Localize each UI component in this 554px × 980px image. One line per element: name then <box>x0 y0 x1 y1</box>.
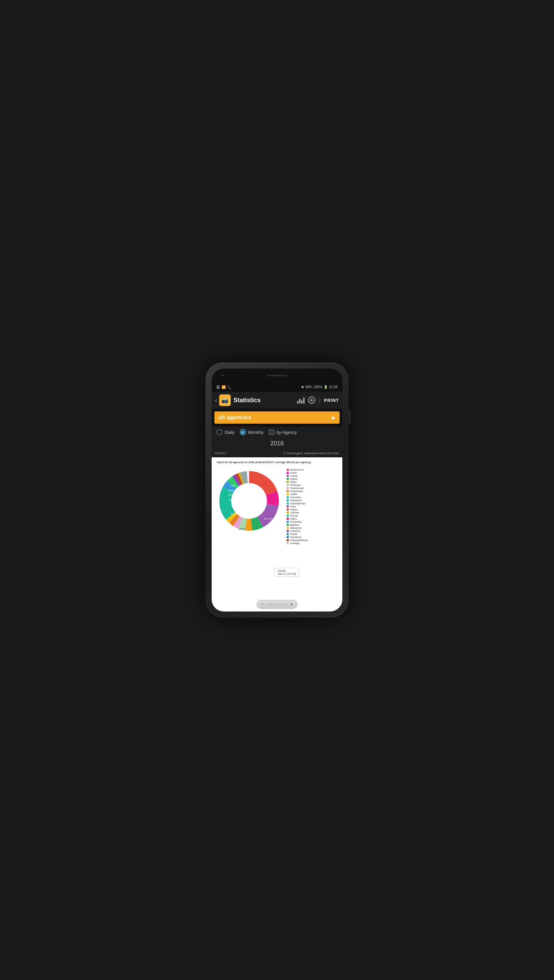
phone-icon: 📞 <box>227 385 231 389</box>
legend-label-eyeem: EyeEm <box>290 478 298 480</box>
legend-label-dreamstime: Dreamstime <box>290 490 303 492</box>
legend-color-bigstock <box>287 524 289 526</box>
legend-item-graphicleftlovers: Graphicleftlovers <box>287 539 339 541</box>
monthly-radio-circle[interactable] <box>240 429 246 435</box>
legend-color-sonstige <box>287 542 289 544</box>
legend-color-pixta <box>287 505 289 508</box>
legend-color-photoshop <box>287 520 289 523</box>
by-agency-checkbox[interactable]: by Agency <box>269 430 297 435</box>
svg-text:8,1%: 8,1% <box>225 522 231 524</box>
by-agency-checkbox-box[interactable] <box>269 430 274 435</box>
legend-item-zoonar: Zoonar <box>287 514 339 517</box>
legend-label-bigstock: Bigstock <box>290 524 299 526</box>
monthly-label: Monthly <box>248 430 264 435</box>
legend-label-colourbox: Colourbox <box>290 496 301 498</box>
legend-item-depositphotos: Depositphotos <box>287 502 339 504</box>
bluetooth-icon: ✱ <box>301 385 304 389</box>
by-agency-label: by Agency <box>276 430 297 435</box>
svg-text:3,8%: 3,8% <box>231 504 237 506</box>
gallery-icon: 🖼 <box>217 385 220 389</box>
status-left-icons: 🖼 📶 📞 <box>217 385 231 389</box>
legend-label-shutterstock: Shutterstock <box>290 469 304 471</box>
legend-item-pond5: Pond5 <box>287 533 339 535</box>
battery-icon: 🔋 <box>324 385 328 389</box>
legend-item-catchart: Catchart <box>287 511 339 514</box>
zoom-control: − + <box>256 600 298 609</box>
year-display: 2016 <box>212 438 342 449</box>
signal-icon: 📶 <box>221 385 226 389</box>
legend-color-depositphotos <box>287 502 289 504</box>
agency-label: all agencies <box>218 414 251 421</box>
svg-text:2,9%: 2,9% <box>228 489 234 492</box>
chart-date: 8/1/2017 <box>215 452 227 455</box>
legend-item-fotolia: Fotolia <box>287 475 339 477</box>
app-title: Statistics <box>234 397 297 404</box>
legend-label-123rf: 123RF <box>290 493 298 495</box>
legend-color-123rf <box>287 493 289 495</box>
legend-item-istock: iStock <box>287 472 339 474</box>
monthly-radio[interactable]: Monthly <box>240 429 264 435</box>
chart-header: 8/1/2017 © StockAgent, www.pixel-nest.co… <box>212 449 342 457</box>
legend-item-stockfresh: Stockfresh <box>287 536 339 538</box>
legend-label-alamy: Alamy <box>290 517 297 520</box>
svg-text:19,6%: 19,6% <box>250 485 258 488</box>
chart-copyright: © StockAgent, www.pixel-nest.com 2016 <box>284 452 339 455</box>
donut-chart-icon[interactable] <box>308 396 315 404</box>
print-button[interactable]: PRINT <box>324 398 339 403</box>
filter-row: Daily Monthly by Agency <box>212 426 342 438</box>
agency-selector[interactable]: all agencies ▶ <box>214 411 340 424</box>
legend-color-photospin <box>287 484 289 486</box>
legend-item-dreamstime: Dreamstime <box>287 490 339 492</box>
legend-color-colourbox <box>287 496 289 498</box>
donut-chart: 19,6% 8,1% 14,5% 18,7% 6,1% 3,8% 3,8% 3%… <box>215 467 283 535</box>
zoom-slider[interactable] <box>267 604 287 605</box>
svg-text:14,5%: 14,5% <box>238 528 245 530</box>
phone-top-notch <box>212 369 342 382</box>
legend-label-pixta: Pixta <box>290 505 296 508</box>
zoom-in-button[interactable]: + <box>290 601 293 607</box>
app-bar-actions: | PRINT <box>297 396 339 404</box>
legend-color-istock <box>287 472 289 474</box>
legend-label-filopia: Filopia <box>290 508 298 511</box>
legend-item-canstock: Canstock <box>287 530 339 532</box>
camera-dot <box>222 374 224 377</box>
chart-tooltip: Fotolia 250,11 (14,5%) <box>275 568 299 577</box>
time-display: 21:58 <box>329 385 337 389</box>
legend-label-500px: 500px <box>290 481 297 483</box>
legend-label-photospin: Photospin <box>290 484 301 486</box>
bar-chart-icon[interactable] <box>297 397 304 404</box>
legend-label-fotolia: Fotolia <box>290 475 298 477</box>
chart-container: Sales for all agencies in 2016 (total $1… <box>212 457 342 611</box>
zoom-out-button[interactable]: − <box>261 601 264 607</box>
legend-color-filopia <box>287 508 289 511</box>
legend-item-alamy: Alamy <box>287 517 339 520</box>
legend-item-colourbox: Colourbox <box>287 496 339 498</box>
legend-color-stockfresh <box>287 536 289 538</box>
wifi-icon: WiFi <box>305 385 312 389</box>
legend-label-istock: iStock <box>290 472 297 474</box>
power-button[interactable] <box>349 410 350 424</box>
legend-color-zoonar <box>287 514 289 517</box>
legend-item-pixta: Pixta <box>287 505 339 508</box>
legend-label-photoshop: Photoshop <box>290 520 301 523</box>
legend-label-depositphotos: Depositphotos <box>290 502 306 504</box>
daily-radio-circle[interactable] <box>217 429 223 435</box>
tooltip-value: 250,11 (14,5%) <box>278 572 296 576</box>
back-icon[interactable]: ‹ <box>215 397 217 404</box>
legend-label-stockfresh: Stockfresh <box>290 536 301 538</box>
svg-text:3,8%: 3,8% <box>229 499 234 501</box>
legend-color-solidstockart <box>287 487 289 489</box>
speaker-bar <box>267 375 287 376</box>
svg-text:2,3%: 2,3% <box>230 485 236 487</box>
legend-label-zoonar: Zoonar <box>290 514 298 517</box>
legend-label-photodune: Photodune <box>290 499 302 501</box>
legend-color-500px <box>287 481 289 483</box>
app-bar: ‹ 📷 Statistics | PRINT <box>212 392 342 409</box>
daily-radio[interactable]: Daily <box>217 429 234 435</box>
svg-point-16 <box>235 487 263 515</box>
legend-label-catchart: Catchart <box>290 511 299 514</box>
legend-color-eyeem <box>287 478 289 480</box>
status-right-info: ✱ WiFi 100% 🔋 21:58 <box>301 385 337 389</box>
legend-color-graphicleftlovers <box>287 539 289 541</box>
legend-item-filopia: Filopia <box>287 508 339 511</box>
